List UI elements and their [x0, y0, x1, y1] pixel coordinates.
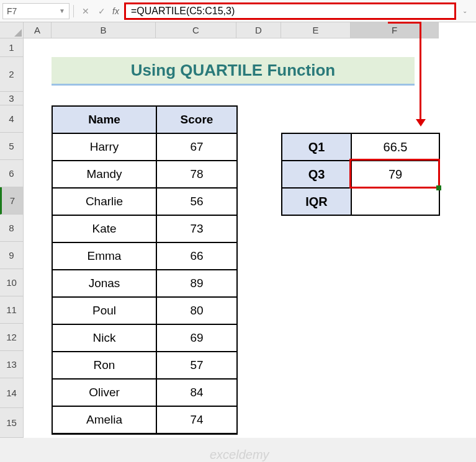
result-row-q1: Q1 66.5	[282, 133, 439, 161]
row-header-12[interactable]: 12	[0, 324, 24, 351]
table-row: Jonas89	[52, 270, 237, 297]
cell-name[interactable]: Harry	[52, 133, 156, 161]
header-score[interactable]: Score	[156, 106, 237, 133]
table-row: Mandy78	[52, 161, 237, 188]
spreadsheet-grid: A B C D E F 1 2 3 4 5 6 7 8 9 10 11 12	[0, 22, 476, 438]
column-header-B[interactable]: B	[52, 22, 156, 38]
row-header-15[interactable]: 15	[0, 408, 24, 438]
cell-name[interactable]: Poul	[52, 297, 156, 324]
cell-name[interactable]: Jonas	[52, 270, 156, 297]
row-header-3[interactable]: 3	[0, 92, 24, 105]
table-row: Oliver84	[52, 379, 237, 406]
scores-table: Name Score Harry67 Mandy78 Charlie56 Kat…	[52, 105, 238, 435]
page-title: Using QUARTILE Function	[52, 57, 415, 86]
cell-name[interactable]: Oliver	[52, 379, 156, 406]
fill-handle[interactable]	[436, 185, 441, 190]
select-all-button[interactable]	[0, 22, 24, 38]
table-row: Charlie56	[52, 188, 237, 215]
cell-score[interactable]: 89	[156, 270, 237, 297]
fx-label[interactable]: fx	[112, 6, 119, 16]
cell-name[interactable]: Amelia	[52, 406, 156, 433]
header-name[interactable]: Name	[52, 106, 156, 133]
annotation-arrow-head-icon	[416, 119, 426, 127]
row-header-6[interactable]: 6	[0, 160, 24, 187]
cell-name[interactable]: Emma	[52, 242, 156, 270]
row-header-2[interactable]: 2	[0, 57, 24, 92]
cancel-icon[interactable]: ✕	[78, 3, 94, 19]
cell-name[interactable]: Nick	[52, 324, 156, 352]
cell-score[interactable]: 56	[156, 188, 237, 215]
result-label-q1[interactable]: Q1	[282, 133, 351, 161]
row-header-4[interactable]: 4	[0, 105, 24, 133]
row-header-10[interactable]: 10	[0, 269, 24, 296]
result-label-q3[interactable]: Q3	[282, 161, 351, 188]
cell-score[interactable]: 69	[156, 324, 237, 352]
cell-score[interactable]: 57	[156, 352, 237, 379]
row-header-9[interactable]: 9	[0, 242, 24, 269]
result-value-q1[interactable]: 66.5	[351, 133, 439, 161]
table-row: Kate73	[52, 215, 237, 242]
row-header-11[interactable]: 11	[0, 296, 24, 324]
row-header-14[interactable]: 14	[0, 378, 24, 408]
name-box-value: F7	[7, 6, 17, 16]
table-row: Emma66	[52, 242, 237, 270]
column-header-A[interactable]: A	[24, 22, 52, 38]
column-header-E[interactable]: E	[281, 22, 351, 38]
cell-score[interactable]: 78	[156, 161, 237, 188]
cell-name[interactable]: Ron	[52, 352, 156, 379]
column-headers: A B C D E F	[24, 22, 439, 38]
formula-input[interactable]: =QUARTILE(C5:C15,3)	[124, 2, 456, 20]
name-box[interactable]: F7 ▼	[2, 3, 70, 19]
results-table: Q1 66.5 Q3 79 IQR	[281, 133, 440, 216]
formula-expand-icon[interactable]: ⌄	[456, 2, 474, 20]
table-row: Nick69	[52, 324, 237, 352]
cell-score[interactable]: 66	[156, 242, 237, 270]
row-header-7[interactable]: 7	[0, 187, 24, 215]
table-row: Harry67	[52, 133, 237, 161]
cell-name[interactable]: Charlie	[52, 188, 156, 215]
row-header-13[interactable]: 13	[0, 351, 24, 378]
column-header-D[interactable]: D	[236, 22, 281, 38]
column-header-F[interactable]: F	[351, 22, 439, 38]
divider	[73, 5, 74, 17]
row-header-1[interactable]: 1	[0, 38, 24, 57]
cell-score[interactable]: 73	[156, 215, 237, 242]
column-header-C[interactable]: C	[156, 22, 236, 38]
row-headers: 1 2 3 4 5 6 7 8 9 10 11 12 13 14 15	[0, 38, 24, 438]
result-row-q3: Q3 79	[282, 161, 439, 188]
formula-bar: F7 ▼ ✕ ✓ fx =QUARTILE(C5:C15,3) ⌄	[0, 0, 476, 22]
table-row: Poul80	[52, 297, 237, 324]
row-header-8[interactable]: 8	[0, 215, 24, 242]
result-value-q3[interactable]: 79	[351, 161, 439, 188]
result-row-iqr: IQR	[282, 188, 439, 215]
cells-area[interactable]: Using QUARTILE Function Name Score Harry…	[24, 38, 476, 438]
formula-text: =QUARTILE(C5:C15,3)	[131, 6, 235, 17]
cell-name[interactable]: Kate	[52, 215, 156, 242]
table-row: Amelia74	[52, 406, 237, 433]
watermark: exceldemy	[210, 448, 269, 462]
cell-score[interactable]: 67	[156, 133, 237, 161]
name-box-dropdown-icon[interactable]: ▼	[59, 7, 65, 14]
result-value-iqr[interactable]	[351, 188, 439, 215]
table-row: Ron57	[52, 352, 237, 379]
cell-score[interactable]: 74	[156, 406, 237, 433]
enter-icon[interactable]: ✓	[94, 3, 110, 19]
cell-name[interactable]: Mandy	[52, 161, 156, 188]
row-header-5[interactable]: 5	[0, 133, 24, 160]
result-label-iqr[interactable]: IQR	[282, 188, 351, 215]
cell-score[interactable]: 84	[156, 379, 237, 406]
cell-score[interactable]: 80	[156, 297, 237, 324]
